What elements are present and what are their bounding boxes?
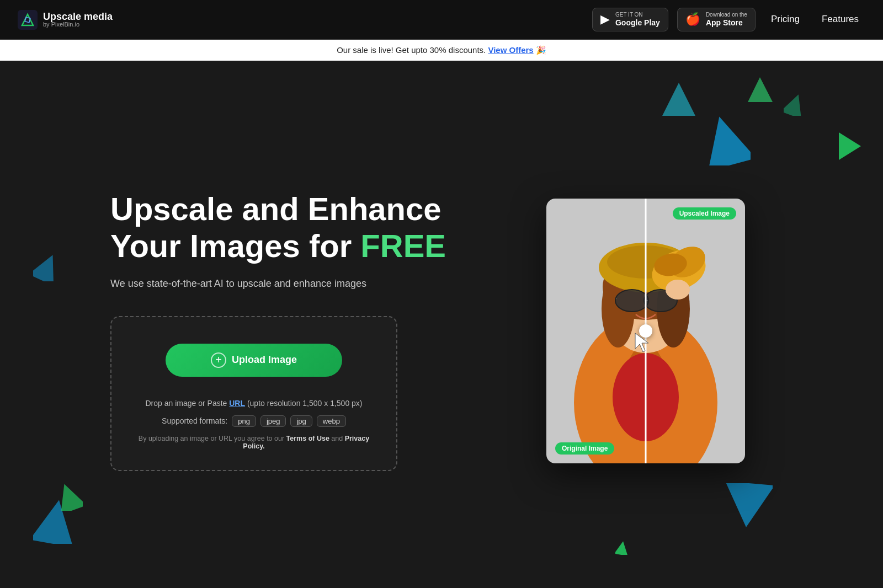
svg-marker-4	[748, 77, 773, 102]
announcement-bar: Our sale is live! Get upto 30% discounts…	[0, 40, 883, 61]
svg-marker-8	[33, 500, 77, 544]
announcement-text: Our sale is live! Get upto 30% discounts…	[337, 45, 486, 55]
svg-marker-6	[701, 116, 751, 165]
announcement-emoji: 🎉	[536, 45, 546, 55]
deco-triangle-3	[784, 94, 806, 118]
plus-icon: +	[211, 352, 226, 368]
deco-triangle-bottom-green	[55, 483, 83, 513]
svg-marker-9	[55, 483, 83, 511]
terms-prefix: By uploading an image or URL you agree t…	[139, 435, 286, 442]
original-label: Original Image	[555, 442, 614, 455]
drop-prefix: Drop an image or Paste	[146, 399, 230, 408]
terms-and: and	[329, 435, 345, 442]
deco-triangle-green-right	[839, 132, 861, 162]
terms-text: By uploading an image or URL you agree t…	[129, 435, 379, 450]
main-section: Upscale and Enhance Your Images for FREE…	[0, 61, 883, 588]
upload-image-button[interactable]: + Upload Image	[166, 344, 342, 377]
google-play-text: GET IT ON Google Play	[615, 12, 660, 28]
drop-suffix: (upto resolution 1,500 x 1,500 px)	[245, 399, 362, 408]
subheadline: We use state-of-the-art AI to upscale an…	[110, 278, 453, 290]
google-play-icon: ▶	[600, 12, 610, 26]
logo-icon	[18, 10, 38, 30]
deco-triangle-bottom-teal	[33, 500, 77, 546]
formats-label: Supported formats:	[162, 416, 227, 425]
svg-marker-11	[723, 483, 773, 530]
headline-line2-prefix: Your Images for	[110, 228, 360, 264]
nav-right: ▶ GET IT ON Google Play 🍎 Download on th…	[592, 8, 865, 31]
headline: Upscale and Enhance Your Images for FREE	[110, 191, 453, 264]
upload-box: + Upload Image Drop an image or Paste UR…	[110, 316, 397, 471]
url-link[interactable]: URL	[229, 399, 245, 408]
deco-triangle-teal-large	[701, 116, 751, 168]
deco-triangle-left-mid	[33, 254, 61, 284]
logo-sub: by PixelBin.io	[43, 22, 113, 28]
logo[interactable]: Upscale media by PixelBin.io	[18, 10, 113, 30]
compare-handle[interactable]	[639, 324, 652, 338]
upload-btn-wrap: + Upload Image	[129, 344, 379, 388]
deco-triangle-bottom-teal-right	[723, 483, 773, 535]
upload-btn-label: Upload Image	[232, 354, 297, 366]
view-offers-link[interactable]: View Offers	[488, 45, 533, 55]
image-compare-wrapper: Upscaled Image Original Image	[546, 199, 745, 463]
apple-icon: 🍎	[685, 12, 700, 26]
format-png: png	[232, 415, 256, 427]
format-jpeg: jpeg	[260, 415, 286, 427]
headline-line1: Upscale and Enhance	[110, 191, 442, 227]
svg-point-33	[666, 280, 690, 300]
upscaled-label: Upscaled Image	[673, 207, 736, 220]
deco-triangle-small-green	[615, 541, 629, 557]
app-store-text: Download on the App Store	[706, 12, 747, 28]
navbar: Upscale media by PixelBin.io ▶ GET IT ON…	[0, 0, 883, 40]
drop-text: Drop an image or Paste URL (upto resolut…	[129, 399, 379, 408]
svg-marker-10	[615, 541, 629, 555]
deco-triangle-1	[662, 83, 695, 118]
app-store-button[interactable]: 🍎 Download on the App Store	[677, 8, 756, 31]
google-play-button[interactable]: ▶ GET IT ON Google Play	[592, 8, 668, 31]
left-content: Upscale and Enhance Your Images for FREE…	[110, 191, 453, 471]
nav-link-features[interactable]: Features	[815, 9, 865, 29]
svg-marker-3	[662, 83, 695, 116]
logo-text: Upscale media by PixelBin.io	[43, 12, 113, 28]
nav-link-pricing[interactable]: Pricing	[764, 9, 806, 29]
format-jpg: jpg	[290, 415, 312, 427]
svg-marker-5	[784, 94, 806, 116]
right-content: Upscaled Image Original Image	[453, 199, 839, 463]
headline-free: FREE	[360, 228, 446, 264]
deco-triangle-2	[748, 77, 773, 104]
formats-row: Supported formats: png jpeg jpg webp	[129, 415, 379, 427]
format-webp: webp	[317, 415, 346, 427]
terms-of-use-link[interactable]: Terms of Use	[286, 435, 329, 442]
svg-marker-7	[839, 132, 861, 160]
logo-name: Upscale media	[43, 12, 113, 22]
svg-marker-12	[33, 254, 61, 281]
